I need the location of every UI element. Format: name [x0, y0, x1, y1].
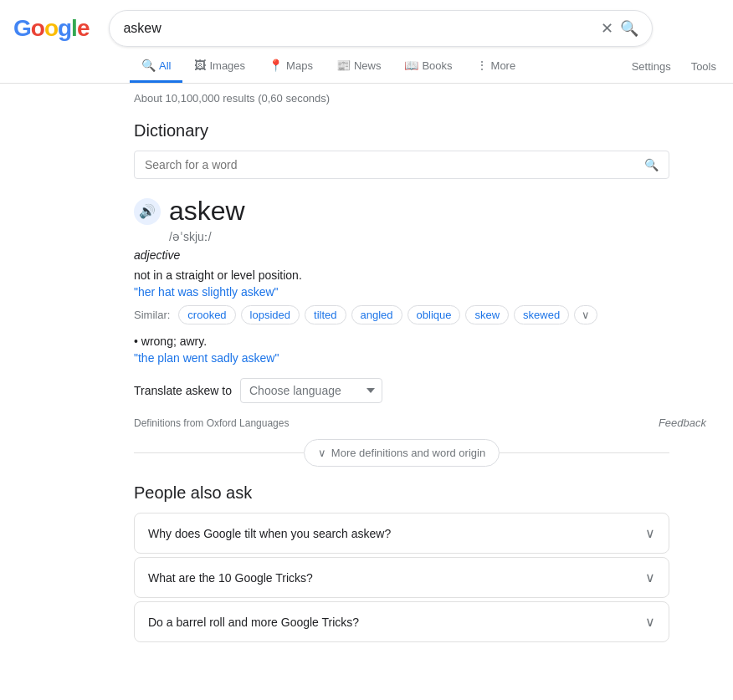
definition-1: not in a straight or level position. "he… — [134, 268, 706, 299]
similar-tag-4[interactable]: oblique — [408, 305, 461, 324]
similar-tag-0[interactable]: crooked — [178, 305, 235, 324]
logo-letter-o1: o — [31, 15, 44, 42]
logo-letter-o2: o — [44, 15, 58, 42]
similar-tag-2[interactable]: tilted — [305, 305, 346, 324]
nav-right: Settings Tools — [628, 52, 720, 81]
logo-letter-e: e — [77, 15, 90, 42]
paa-question-1: What are the 10 Google Tricks? — [148, 571, 313, 585]
paa-chevron-2: ∨ — [645, 614, 655, 630]
audio-button[interactable]: 🔊 — [134, 198, 161, 225]
tab-news-label: News — [354, 59, 382, 72]
paa-item-1[interactable]: What are the 10 Google Tricks? ∨ — [134, 557, 669, 598]
dictionary-search-box: 🔍 — [134, 151, 669, 179]
tab-books-label: Books — [422, 59, 452, 72]
tab-more[interactable]: ⋮ More — [464, 50, 528, 83]
speaker-icon: 🔊 — [139, 203, 156, 219]
definition-text-1: not in a straight or level position. — [134, 268, 706, 282]
similar-tag-5[interactable]: skew — [465, 305, 509, 324]
search-input[interactable] — [123, 21, 601, 36]
similar-tag-6[interactable]: skewed — [514, 305, 569, 324]
similar-tag-3[interactable]: angled — [351, 305, 402, 324]
tab-maps[interactable]: 📍 Maps — [257, 50, 325, 83]
clear-icon[interactable]: ✕ — [601, 19, 613, 38]
definition-text-2: wrong; awry. — [134, 335, 706, 348]
translate-row: Translate askew to Choose language Frenc… — [134, 378, 706, 403]
search-bar-wrapper: ✕ 🔍 — [109, 10, 653, 47]
tab-all[interactable]: 🔍 All — [130, 50, 182, 83]
all-icon: 🔍 — [141, 59, 156, 72]
dictionary-search-icon: 🔍 — [644, 158, 659, 171]
paa-chevron-0: ∨ — [645, 525, 655, 541]
similar-tag-1[interactable]: lopsided — [241, 305, 300, 324]
paa-item-2[interactable]: Do a barrel roll and more Google Tricks?… — [134, 601, 669, 642]
results-area: About 10,100,000 results (0,60 seconds) … — [0, 84, 720, 657]
results-count: About 10,100,000 results (0,60 seconds) — [134, 92, 706, 105]
nav-tabs: 🔍 All 🖼 Images 📍 Maps 📰 News 📖 Books ⋮ M… — [0, 47, 733, 84]
divider-line-left — [134, 452, 304, 453]
tools-link[interactable]: Tools — [688, 52, 720, 81]
paa-question-2: Do a barrel roll and more Google Tricks? — [148, 616, 359, 629]
word-title: askew — [169, 196, 245, 227]
tab-all-label: All — [159, 59, 171, 72]
logo-letter-l: l — [71, 15, 77, 42]
search-bar-icons: ✕ 🔍 — [601, 19, 638, 38]
more-defs-divider: ∨ More definitions and word origin — [134, 439, 669, 467]
people-also-ask-section: People also ask Why does Google tilt whe… — [134, 483, 706, 642]
logo-letter-g2: g — [58, 15, 71, 42]
people-also-ask-title: People also ask — [134, 483, 706, 503]
translate-label: Translate askew to — [134, 384, 232, 397]
google-logo: Google — [13, 15, 89, 42]
settings-link[interactable]: Settings — [628, 52, 674, 81]
part-of-speech: adjective — [134, 248, 706, 262]
similar-label: Similar: — [134, 309, 170, 321]
more-icon: ⋮ — [476, 59, 488, 72]
oxford-attribution: Definitions from Oxford Languages — [134, 417, 289, 429]
header: Google ✕ 🔍 — [0, 0, 733, 47]
paa-item-0[interactable]: Why does Google tilt when you search ask… — [134, 513, 669, 554]
books-icon: 📖 — [404, 59, 418, 72]
definition-2: wrong; awry. "the plan went sadly askew" — [134, 335, 706, 365]
dictionary-section: Dictionary 🔍 🔊 askew /əˈskjuː/ adjective… — [134, 121, 706, 642]
chevron-down-icon: ∨ — [318, 447, 326, 459]
oxford-row: Definitions from Oxford Languages Feedba… — [134, 416, 706, 429]
definition-example-1: "her hat was slightly askew" — [134, 285, 706, 299]
news-icon: 📰 — [336, 59, 351, 72]
tab-images-label: Images — [209, 59, 245, 72]
tab-images[interactable]: 🖼 Images — [182, 50, 257, 83]
phonetic: /əˈskjuː/ — [169, 230, 706, 243]
tab-more-label: More — [491, 59, 516, 72]
logo-letter-g1: G — [13, 15, 31, 42]
language-select[interactable]: Choose language French Spanish German It… — [240, 378, 382, 403]
maps-icon: 📍 — [269, 59, 283, 72]
tab-maps-label: Maps — [286, 59, 313, 72]
search-icon[interactable]: 🔍 — [620, 19, 638, 38]
search-bar: ✕ 🔍 — [109, 10, 653, 47]
similar-row: Similar: crooked lopsided tilted angled … — [134, 305, 706, 324]
tab-books[interactable]: 📖 Books — [392, 50, 464, 83]
word-header: 🔊 askew — [134, 196, 706, 227]
more-definitions-button[interactable]: ∨ More definitions and word origin — [304, 439, 500, 467]
paa-chevron-1: ∨ — [645, 570, 655, 585]
images-icon: 🖼 — [194, 59, 206, 72]
dictionary-search-input[interactable] — [145, 158, 644, 171]
more-defs-label: More definitions and word origin — [331, 447, 485, 459]
dictionary-title: Dictionary — [134, 121, 706, 141]
tab-news[interactable]: 📰 News — [325, 50, 393, 83]
definition-example-2: "the plan went sadly askew" — [134, 351, 706, 365]
similar-more-button[interactable]: ∨ — [574, 305, 597, 324]
divider-line-right — [500, 452, 669, 453]
feedback-link[interactable]: Feedback — [659, 416, 706, 429]
paa-question-0: Why does Google tilt when you search ask… — [148, 527, 391, 540]
